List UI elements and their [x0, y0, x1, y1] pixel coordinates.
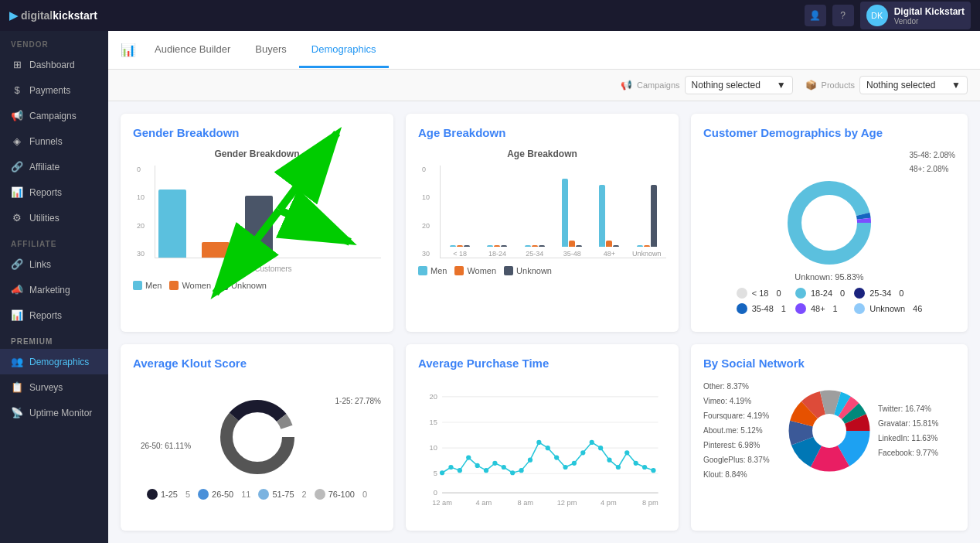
pinterest-legend: Pinterest: 6.98% [703, 438, 781, 452]
sidebar-item-label: Payments [29, 85, 70, 96]
age-bars: 3020100 < 18 [440, 166, 666, 258]
sidebar-item-marketing[interactable]: 📣 Marketing [0, 277, 108, 302]
campaigns-icon-filter: 📢 [621, 80, 632, 90]
sidebar-item-campaigns[interactable]: 📢 Campaigns [0, 103, 108, 128]
products-filter-select[interactable]: Nothing selected ▼ [859, 76, 968, 94]
surveys-icon: 📋 [11, 381, 23, 393]
tab-audience-builder[interactable]: Audience Builder [142, 32, 243, 68]
svg-point-9 [814, 207, 845, 238]
svg-point-50 [616, 465, 621, 470]
25-34-val: 0 [899, 289, 903, 298]
filter-bar: 📢 Campaigns Nothing selected ▼ 📦 Product… [108, 70, 980, 101]
unknown-demo-label: Unknown [869, 304, 905, 313]
sidebar-item-label: Funnels [29, 136, 63, 147]
products-filter-label: Products [822, 80, 855, 90]
age-legend-women: Women [454, 266, 496, 275]
svg-point-42 [546, 446, 550, 450]
sidebar-premium-label: PREMIUM [0, 328, 108, 349]
facebook-legend: Facebook: 9.77% [878, 446, 955, 460]
svg-point-48 [598, 446, 603, 450]
sidebar-item-affiliate[interactable]: 🔗 Affiliate [0, 154, 108, 179]
svg-text:0: 0 [434, 489, 437, 497]
age-breakdown-card: Age Breakdown Age Breakdown 3020100 [406, 114, 679, 332]
women-color [169, 281, 179, 290]
campaigns-filter-select[interactable]: Nothing selected ▼ [685, 76, 793, 94]
svg-point-45 [572, 461, 577, 466]
48plus-dot [795, 303, 806, 314]
social-right-legend: Twitter: 16.74% Gravatar: 15.81% LinkedI… [878, 401, 955, 460]
klout-annotations-2: 26-50: 61.11% [141, 439, 191, 453]
user-icon-btn[interactable]: 👤 [805, 5, 826, 26]
gender-men-bar [158, 190, 186, 258]
sidebar-item-surveys[interactable]: 📋 Surveys [0, 374, 108, 400]
svg-text:12 pm: 12 pm [557, 499, 577, 507]
gender-bars: 3020100 [155, 166, 381, 258]
tab-demographics[interactable]: Demographics [299, 32, 389, 68]
customer-demographics-title: Customer Demographics by Age [703, 126, 955, 139]
age-legend-men: Men [418, 266, 447, 275]
campaigns-chevron-icon: ▼ [777, 80, 786, 90]
age-y-labels: 3020100 [422, 166, 430, 258]
sidebar-item-label: Reports [29, 187, 62, 198]
tab-bar-icon: 📊 [121, 43, 136, 57]
row-35-48: 35-48 1 [737, 303, 786, 314]
avg-purchase-time-card: Average Purchase Time 0 5 10 15 20 12 am [406, 344, 679, 531]
customer-demographics-age-card: Customer Demographics by Age 35-48: 2.08… [691, 114, 968, 332]
under18-dot [737, 288, 747, 299]
sidebar-item-uptime-monitor[interactable]: 📡 Uptime Monitor [0, 400, 108, 425]
svg-point-13 [239, 418, 276, 456]
klout-title: Average Klout Score [133, 357, 381, 370]
campaigns-icon: 📢 [11, 110, 23, 121]
row-25-34: 25-34 0 [854, 288, 922, 299]
klout-76-100: 76-100 0 [315, 489, 367, 500]
avg-purchase-chart: 0 5 10 15 20 12 am 4 am 8 am 12 pm 4 pm … [418, 379, 666, 511]
content: 📊 Audience Builder Buyers Demographics 📢… [108, 31, 980, 543]
other-legend: Other: 8.37% [703, 379, 781, 394]
age-bar-chart: Age Breakdown 3020100 [418, 149, 666, 275]
tab-buyers[interactable]: Buyers [243, 32, 298, 68]
googleplus-legend: GooglePlus: 8.37% [703, 452, 781, 467]
user-profile[interactable]: DK Digital Kickstart Vendor [860, 2, 971, 29]
sidebar-item-label: Campaigns [29, 111, 77, 121]
svg-text:8 pm: 8 pm [642, 499, 658, 507]
help-icon-btn[interactable]: ? [832, 5, 854, 26]
uptime-icon: 📡 [11, 407, 23, 418]
sidebar-item-reports-affiliate[interactable]: 📊 Reports [0, 302, 108, 328]
gender-women-bar [202, 242, 230, 258]
foursquare-legend: Foursquare: 4.19% [703, 408, 781, 423]
under18-val: 0 [776, 289, 781, 298]
row-48plus: 48+ 1 [795, 303, 845, 314]
sidebar-item-utilities[interactable]: ⚙ Utilities [0, 205, 108, 231]
legend-men: Men [133, 281, 162, 290]
klout-annotations: 1-25: 27.78% [335, 394, 382, 408]
svg-point-37 [502, 465, 506, 470]
svg-text:8 am: 8 am [517, 499, 533, 507]
18-24-val: 0 [840, 289, 845, 298]
svg-point-46 [580, 450, 585, 455]
social-chart-section: Other: 8.37% Vimeo: 4.19% Foursquare: 4.… [703, 379, 955, 482]
sidebar: VENDOR ⊞ Dashboard $ Payments 📢 Campaign… [0, 31, 108, 543]
sidebar-item-dashboard[interactable]: ⊞ Dashboard [0, 52, 108, 77]
sidebar-item-reports[interactable]: 📊 Reports [0, 179, 108, 205]
svg-text:15: 15 [430, 418, 437, 426]
48plus-val: 1 [833, 304, 838, 313]
social-left-legend: Other: 8.37% Vimeo: 4.19% Foursquare: 4.… [703, 379, 781, 482]
sidebar-item-demographics[interactable]: 👥 Demographics [0, 349, 108, 374]
age-breakdown-title: Age Breakdown [418, 126, 666, 139]
svg-text:12 am: 12 am [432, 499, 452, 507]
svg-point-30 [440, 470, 444, 475]
funnels-icon: ◈ [11, 135, 23, 147]
aboutme-legend: About.me: 5.12% [703, 423, 781, 438]
gender-legend: Men Women Unknown [133, 281, 381, 290]
linkedin-legend: LinkedIn: 11.63% [878, 431, 955, 446]
klout-ann-1-25: 1-25: 27.78% [335, 394, 382, 408]
sidebar-item-funnels[interactable]: ◈ Funnels [0, 128, 108, 154]
age-annotations: 35-48: 2.08% 48+: 2.08% [910, 149, 956, 176]
svg-point-47 [590, 440, 594, 445]
social-pie-svg [787, 388, 872, 473]
18-24-label: 18-24 [811, 289, 832, 298]
35-48-dot [737, 303, 747, 314]
sidebar-item-links[interactable]: 🔗 Links [0, 251, 108, 277]
sidebar-item-payments[interactable]: $ Payments [0, 77, 108, 103]
products-chevron-icon: ▼ [951, 80, 961, 90]
